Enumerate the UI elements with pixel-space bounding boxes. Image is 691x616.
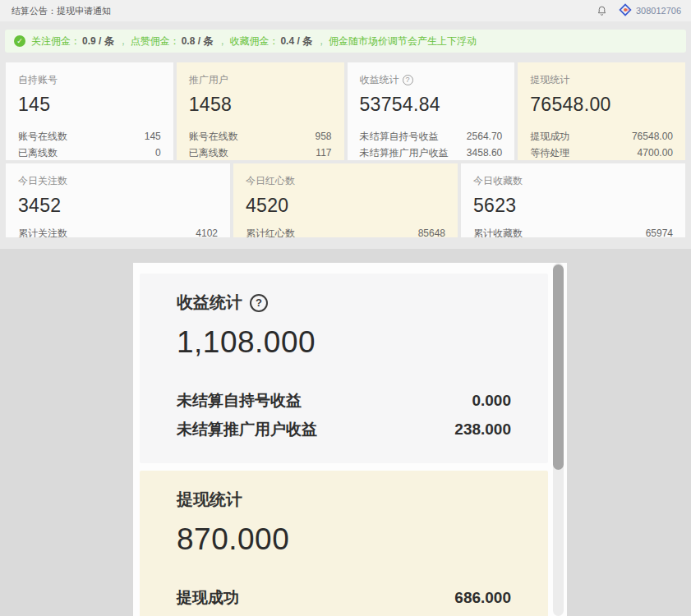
announcement-text: 结算公告：提现申请通知: [12, 5, 111, 17]
stat-cards-row2: 今日关注数 3452 累计关注数 4102 今日红心数 4520 累计红心数 8…: [6, 163, 685, 237]
card-value: 3452: [18, 195, 218, 217]
notice-value: 0.9 / 条: [82, 35, 114, 47]
row-label: 未结算自持号收益: [360, 128, 439, 145]
notice-bar: ✓ 关注佣金：0.9 / 条，点赞佣金：0.8 / 条，收藏佣金：0.4 / 条…: [5, 30, 686, 53]
card-title: 收益统计 ?: [360, 73, 503, 87]
row-value: 117: [316, 145, 331, 160]
card-title-text: 收益统计: [360, 73, 399, 87]
row-value: 238.000: [454, 415, 511, 444]
stat-card-follows-today: 今日关注数 3452 累计关注数 4102: [6, 163, 230, 237]
check-circle-icon: ✓: [14, 35, 25, 47]
mobile-withdraw-card: 提现统计 870.000 提现成功 686.000 等待处理 184.000: [140, 471, 548, 616]
mobile-income-card: 收益统计 ? 1,108.000 未结算自持号收益 0.000 未结算推广用户收…: [140, 274, 548, 463]
card-value: 5623: [473, 195, 673, 217]
stat-card-self-accounts: 自持账号 145 账号在线数 145 已离线数 0: [6, 62, 173, 160]
notice-separator: ，: [118, 35, 128, 47]
row-value: 184.000: [454, 612, 511, 616]
diamond-logo-icon: [619, 3, 632, 18]
account-chip[interactable]: 308012706: [619, 3, 681, 18]
row-value: 76548.00: [632, 128, 673, 145]
bell-icon[interactable]: [597, 5, 607, 16]
row-label: 累计关注数: [18, 225, 67, 237]
card-row: 未结算推广用户收益 3458.60: [360, 145, 503, 160]
row-label: 已离线数: [18, 145, 58, 160]
account-id: 308012706: [636, 6, 681, 16]
row-value: 65974: [646, 225, 673, 237]
notice-tail: 佣金随市场价调节会产生上下浮动: [329, 35, 477, 47]
row-value: 4102: [196, 225, 218, 237]
card-row: 等待处理 4700.00: [530, 145, 673, 160]
row-label: 提现成功: [177, 583, 239, 612]
stat-cards-row1: 自持账号 145 账号在线数 145 已离线数 0 推广用户 1458 账号在线…: [6, 62, 685, 160]
card-title: 提现统计: [530, 73, 673, 87]
card-row: 账号在线数 958: [189, 128, 332, 145]
row-label: 未结算推广用户收益: [360, 145, 449, 160]
row-label: 未结算推广用户收益: [177, 415, 317, 444]
row-value: 686.000: [454, 583, 511, 612]
scrollbar-track[interactable]: [553, 263, 564, 616]
row-value: 0.000: [472, 386, 511, 415]
topbar: 结算公告：提现申请通知 308012706: [0, 0, 691, 21]
card-title: 今日红心数: [246, 174, 445, 188]
notice-separator: ，: [316, 35, 326, 47]
row-value: 145: [145, 128, 161, 145]
row-value: 2564.70: [467, 128, 502, 145]
card-row: 已离线数 0: [18, 145, 161, 160]
card-title: 自持账号: [18, 73, 161, 87]
help-icon[interactable]: ?: [250, 294, 268, 312]
mobile-card-row: 等待处理 184.000: [177, 612, 511, 616]
row-value: 0: [155, 145, 161, 160]
stat-card-promo-users: 推广用户 1458 账号在线数 958 已离线数 117: [177, 62, 344, 160]
row-value: 958: [315, 128, 331, 145]
card-value: 4520: [246, 195, 445, 217]
mobile-card-row: 未结算自持号收益 0.000: [177, 386, 511, 415]
row-label: 账号在线数: [189, 128, 238, 145]
card-title: 推广用户: [189, 73, 332, 87]
row-label: 等待处理: [530, 145, 569, 160]
card-row: 提现成功 76548.00: [530, 128, 673, 145]
notice-text: 关注佣金：0.9 / 条，点赞佣金：0.8 / 条，收藏佣金：0.4 / 条，佣…: [31, 34, 477, 48]
row-value: 4700.00: [638, 145, 673, 160]
notice-label: 收藏佣金：: [229, 35, 279, 47]
mobile-card-value: 870.000: [177, 522, 511, 557]
mobile-preview-area: 收益统计 ? 1,108.000 未结算自持号收益 0.000 未结算推广用户收…: [0, 249, 691, 616]
row-label: 账号在线数: [18, 128, 67, 145]
mobile-card-title-text: 收益统计: [177, 292, 242, 314]
card-title: 今日关注数: [18, 174, 218, 188]
notice-label: 关注佣金：: [31, 35, 81, 47]
notice-separator: ，: [217, 35, 227, 47]
notice-label: 点赞佣金：: [131, 35, 180, 47]
card-value: 145: [18, 94, 161, 116]
row-label: 未结算自持号收益: [177, 386, 302, 415]
row-label: 等待处理: [177, 612, 239, 616]
card-row: 已离线数 117: [189, 145, 332, 160]
card-row: 未结算自持号收益 2564.70: [360, 128, 503, 145]
card-value: 1458: [189, 94, 332, 116]
stat-card-income: 收益统计 ? 53754.84 未结算自持号收益 2564.70 未结算推广用户…: [348, 62, 515, 160]
notice-value: 0.4 / 条: [280, 35, 312, 47]
card-row: 累计收藏数 65974: [473, 225, 673, 237]
card-row: 累计关注数 4102: [18, 225, 218, 237]
mobile-card-value: 1,108.000: [177, 325, 511, 360]
notice-value: 0.8 / 条: [182, 35, 214, 47]
scrollbar-thumb[interactable]: [553, 264, 564, 470]
mobile-card-row: 未结算推广用户收益 238.000: [177, 415, 511, 444]
stat-card-withdraw: 提现统计 76548.00 提现成功 76548.00 等待处理 4700.00: [518, 62, 685, 160]
card-value: 53754.84: [360, 94, 503, 116]
row-label: 提现成功: [530, 128, 569, 145]
mobile-card-title: 收益统计 ?: [177, 292, 511, 314]
card-row: 账号在线数 145: [18, 128, 161, 145]
mobile-panel: 收益统计 ? 1,108.000 未结算自持号收益 0.000 未结算推广用户收…: [133, 263, 567, 616]
card-row: 累计红心数 85648: [246, 225, 445, 237]
row-value: 3458.60: [467, 145, 502, 160]
row-label: 累计收藏数: [473, 225, 523, 237]
row-label: 累计红心数: [246, 225, 295, 237]
stat-card-likes-today: 今日红心数 4520 累计红心数 85648: [233, 163, 458, 237]
info-icon[interactable]: ?: [403, 75, 413, 85]
row-value: 85648: [418, 225, 445, 237]
mobile-card-row: 提现成功 686.000: [177, 583, 511, 612]
card-title: 今日收藏数: [473, 174, 673, 188]
stat-card-favorites-today: 今日收藏数 5623 累计收藏数 65974: [461, 163, 685, 237]
card-value: 76548.00: [530, 94, 673, 116]
row-label: 已离线数: [189, 145, 228, 160]
